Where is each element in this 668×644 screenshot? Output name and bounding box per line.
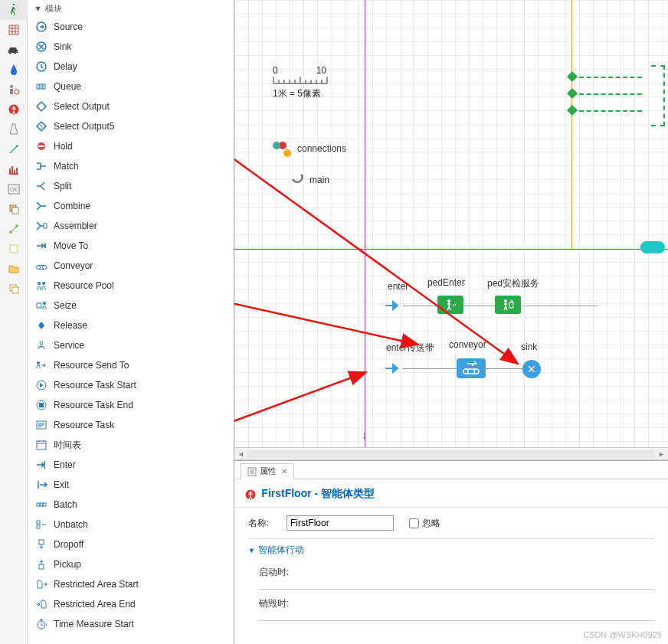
sink-node[interactable]: ✕ (522, 360, 541, 378)
scroll-right-icon[interactable]: ► (655, 450, 668, 458)
palette-item-label: Service (54, 340, 84, 351)
enterconveyor-node[interactable] (384, 361, 402, 378)
name-label: 名称: (248, 517, 279, 530)
properties-panel: 属性 ✕ FirstFloor - 智能体类型 名称: 忽略 (234, 460, 668, 644)
palette-item-time-measure-start[interactable]: Time Measure Start (28, 614, 234, 634)
palette-item-conveyor[interactable]: Conveyor (28, 256, 234, 276)
palette-item-label: Resource Send To (54, 360, 129, 371)
tool-drop-icon[interactable] (0, 60, 28, 80)
conveyor-node[interactable] (457, 358, 486, 378)
ignore-checkbox[interactable] (409, 518, 419, 528)
palette-group-header[interactable]: ▼ 模块 (28, 0, 234, 17)
palette-item-sink[interactable]: Sink (28, 37, 234, 57)
tab-properties[interactable]: 属性 ✕ (241, 463, 294, 479)
palette-item-queue[interactable]: Queue (28, 77, 234, 96)
main-node[interactable] (290, 173, 305, 189)
tool-copy-icon[interactable] (0, 279, 28, 299)
tool-layers-icon[interactable] (0, 199, 28, 219)
palette-item-unbatch[interactable]: Unbatch (28, 515, 234, 534)
palette-item-resource-pool[interactable]: Resource Pool (28, 276, 234, 296)
svg-point-4 (13, 106, 15, 109)
section-agent-actions[interactable]: ▼ 智能体行动 (248, 538, 654, 561)
tool-car-icon[interactable] (0, 40, 28, 60)
release-icon (35, 319, 47, 332)
palette-item-resource-task-end[interactable]: Resource Task End (28, 395, 234, 415)
palette-item-label: Sink (54, 41, 71, 52)
palette-item-select-output[interactable]: Select Output (28, 96, 234, 116)
palette-item-label: Source (54, 21, 83, 32)
svg-text:OK: OK (10, 187, 18, 192)
svg-rect-24 (44, 244, 46, 248)
tool-connector-icon[interactable] (0, 219, 28, 239)
palette-item-seize[interactable]: Seize (28, 296, 234, 315)
palette-item-label: Resource Pool (54, 280, 114, 291)
tool-ok-box-icon[interactable]: OK (0, 179, 28, 199)
svg-point-31 (40, 342, 43, 345)
resource-pool-icon (35, 280, 47, 292)
svg-point-30 (43, 302, 46, 305)
palette-item-select-output5[interactable]: 5Select Output5 (28, 116, 234, 136)
tool-grid-icon[interactable] (0, 20, 28, 40)
palette-item-move-to[interactable]: Move To (28, 236, 234, 256)
startup-input[interactable] (259, 584, 654, 590)
palette-item-restricted-area-start[interactable]: Restricted Area Start (28, 574, 234, 594)
source-icon (35, 21, 47, 33)
tool-folder-icon[interactable] (0, 259, 28, 279)
tool-accessibility-icon[interactable] (0, 100, 28, 119)
palette-item-combine[interactable]: Combine (28, 196, 234, 216)
tool-sidebar: OK (0, 0, 28, 644)
palette-item-schedule[interactable]: 时间表 (28, 435, 234, 455)
svg-point-47 (447, 299, 450, 302)
tool-vector-icon[interactable] (0, 139, 28, 159)
startup-label: 启动时: (259, 566, 654, 579)
tool-person-cog-icon[interactable] (0, 80, 28, 100)
svg-point-51 (474, 369, 479, 374)
tool-chart-icon[interactable] (0, 159, 28, 179)
watermark: CSDN @WSKH0929 (583, 630, 662, 639)
marker-diamond (567, 88, 578, 99)
canvas[interactable]: ↓ 010 1米 = 5像素 connections (234, 0, 668, 460)
palette-item-hold[interactable]: Hold (28, 136, 234, 156)
palette-item-label: Queue (54, 81, 81, 92)
tool-flask-icon[interactable] (0, 119, 28, 139)
palette-item-service[interactable]: Service (28, 335, 234, 355)
name-input[interactable] (287, 515, 394, 531)
split-icon (35, 180, 47, 192)
main-label: main (309, 175, 329, 185)
palette-item-source[interactable]: Source (28, 17, 234, 37)
palette-item-enter[interactable]: Enter (28, 455, 234, 475)
palette-item-pickup[interactable]: Pickup (28, 554, 234, 574)
ignore-checkbox-label[interactable]: 忽略 (409, 517, 440, 530)
palette-item-split[interactable]: Split (28, 176, 234, 196)
tool-note-icon[interactable] (0, 239, 28, 259)
scroll-left-icon[interactable]: ◄ (234, 450, 247, 458)
palette-item-label: Pickup (54, 559, 81, 570)
palette-item-assembler[interactable]: Assembler (28, 216, 234, 236)
svg-rect-43 (37, 525, 40, 528)
arrow-down-icon: ↓ (362, 429, 367, 441)
tool-walk-icon[interactable] (0, 0, 28, 20)
svg-rect-1 (10, 89, 13, 94)
palette-item-batch[interactable]: Batch (28, 495, 234, 515)
palette-item-exit[interactable]: Exit (28, 475, 234, 495)
svg-rect-19 (43, 84, 45, 89)
destroy-input[interactable] (259, 615, 654, 621)
svg-rect-23 (44, 224, 47, 228)
palette-item-match[interactable]: Match (28, 156, 234, 176)
palette-item-release[interactable]: Release (28, 315, 234, 335)
palette-item-label: Assembler (54, 221, 97, 231)
palette-item-resource-task-start[interactable]: Resource Task Start (28, 375, 234, 395)
horizontal-scrollbar[interactable]: ◄ ► (234, 447, 668, 459)
palette-item-label: Restricted Area End (54, 599, 136, 610)
svg-rect-8 (12, 208, 18, 214)
palette-item-delay[interactable]: Delay (28, 57, 234, 77)
palette-item-resource-send-to[interactable]: Resource Send To (28, 355, 234, 375)
palette-item-restricted-area-end[interactable]: Restricted Area End (28, 594, 234, 614)
palette-item-dropoff[interactable]: Dropoff (28, 534, 234, 554)
palette-item-resource-task[interactable]: Resource Task (28, 415, 234, 435)
enter-node[interactable] (384, 299, 402, 315)
palette-item-label: Exit (54, 479, 69, 490)
pedenter-node[interactable] (437, 296, 463, 314)
close-icon[interactable]: ✕ (281, 467, 287, 476)
pedsecurity-node[interactable] (495, 296, 521, 314)
